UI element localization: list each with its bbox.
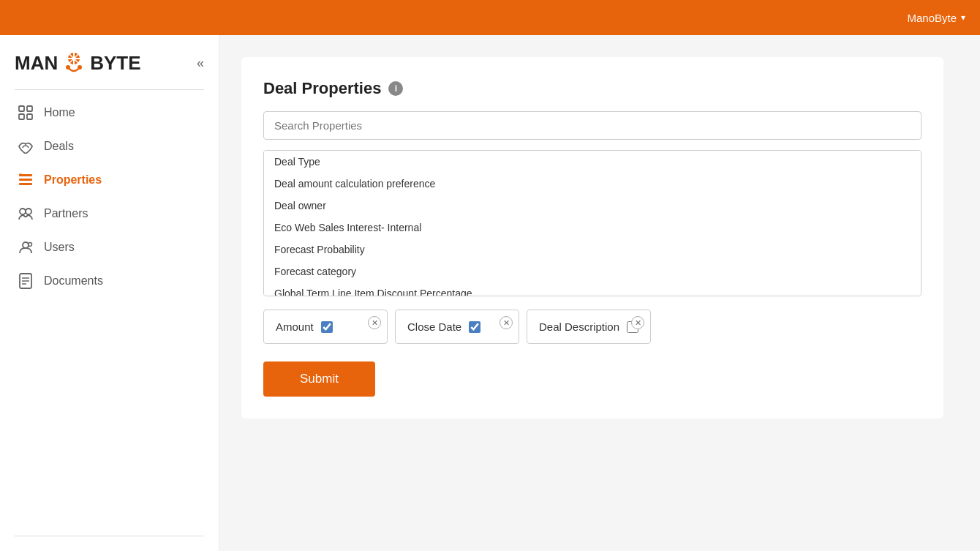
list-item[interactable]: Deal amount calculation preference [264,173,921,195]
svg-point-17 [23,242,29,248]
card-title-text: Deal Properties [263,79,381,98]
tag-amount-close[interactable]: ✕ [368,316,381,329]
topbar-user-menu[interactable]: ManoByte ▾ [907,12,965,24]
tag-close-date: ✕ Close Date [395,310,519,344]
partners-icon [18,206,34,222]
svg-point-16 [26,209,31,214]
logo-icon [61,50,87,76]
logo-byte: BYTE [90,52,140,75]
tag-amount-label: Amount [276,321,314,333]
tag-close-date-close[interactable]: ✕ [500,316,513,329]
sidebar-item-partners[interactable]: Partners [0,197,219,230]
sidebar-item-users-label: Users [44,241,75,254]
sidebar-item-users[interactable]: Users [0,230,219,264]
deals-icon [18,138,34,154]
sidebar-item-documents-label: Documents [44,274,103,288]
sidebar-nav: Home Deals [0,96,219,298]
tag-close-date-label: Close Date [407,321,461,333]
sidebar-item-home[interactable]: Home [0,96,219,130]
sidebar-item-home-label: Home [44,106,75,119]
tag-amount-checkbox[interactable] [321,321,333,333]
main-content: Deal Properties i Deal Type Deal amount … [219,35,980,551]
users-icon [18,239,34,255]
documents-icon [18,273,34,289]
tag-amount: ✕ Amount [263,310,388,344]
deal-properties-card: Deal Properties i Deal Type Deal amount … [241,57,943,419]
tag-close-date-checkbox[interactable] [469,321,480,333]
topbar-chevron-icon: ▾ [961,12,965,23]
topbar: ManoByte ▾ [0,0,980,35]
submit-button[interactable]: Submit [263,361,375,397]
logo-man: MAN [15,52,58,75]
svg-rect-14 [19,173,22,176]
sidebar-top-divider [15,89,204,90]
sidebar-logo-area: MAN BYTE « [0,35,219,83]
sidebar-item-properties-label: Properties [44,173,102,187]
sidebar-item-properties[interactable]: Properties [0,163,219,197]
svg-point-5 [66,65,70,70]
svg-rect-9 [19,114,24,119]
svg-point-6 [78,65,82,70]
sidebar-item-partners-label: Partners [44,207,88,220]
svg-rect-7 [19,106,24,111]
tag-deal-description-label: Deal Description [539,321,619,333]
list-item[interactable]: Eco Web Sales Interest- Internal [264,217,921,239]
properties-icon [18,172,34,188]
sidebar-item-deals[interactable]: Deals [0,130,219,163]
search-properties-input[interactable] [263,111,921,140]
sidebar-item-documents[interactable]: Documents [0,264,219,298]
sidebar: MAN BYTE « [0,35,219,551]
info-icon[interactable]: i [388,81,403,96]
list-item[interactable]: Forecast category [264,260,921,282]
list-item[interactable]: Global Term Line Item Discount Percentag… [264,282,921,296]
list-item[interactable]: Forecast Probability [264,239,921,260]
sidebar-bottom-divider [15,536,204,536]
home-icon [18,105,34,121]
tag-deal-description: ✕ Deal Description [527,310,651,344]
svg-rect-8 [27,106,32,111]
svg-rect-13 [19,183,32,185]
sidebar-logo: MAN BYTE [15,50,141,76]
property-list[interactable]: Deal Type Deal amount calculation prefer… [263,150,921,296]
tag-deal-description-close[interactable]: ✕ [631,316,644,329]
card-title-area: Deal Properties i [263,79,921,98]
list-item[interactable]: Deal Type [264,151,921,173]
selected-properties-row: ✕ Amount ✕ Close Date ✕ Deal Description [263,310,921,344]
svg-rect-10 [27,114,32,119]
sidebar-collapse-button[interactable]: « [197,56,204,71]
svg-point-15 [20,209,26,214]
svg-point-18 [29,243,32,247]
svg-rect-12 [19,179,32,181]
list-item[interactable]: Deal owner [264,195,921,217]
sidebar-item-deals-label: Deals [44,140,74,153]
topbar-username: ManoByte [907,12,957,24]
